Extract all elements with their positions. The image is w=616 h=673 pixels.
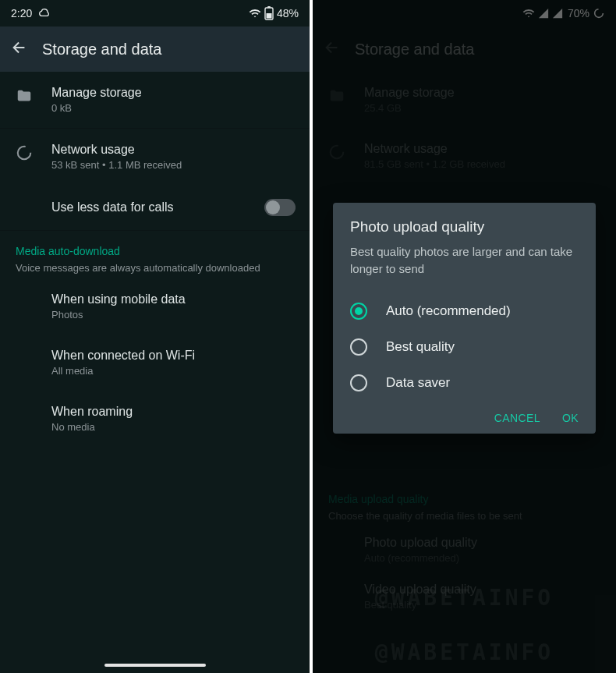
use-less-data-toggle[interactable] — [264, 199, 296, 216]
status-bar: 2:20 48% — [0, 0, 310, 27]
mobile-data-title: When using mobile data — [51, 292, 296, 306]
network-usage-sub: 53 kB sent • 1.1 MB received — [51, 159, 296, 171]
screenshot-left: 2:20 48% Storage and data Manage storage… — [0, 0, 313, 673]
dialog-title: Photo upload quality — [350, 218, 579, 236]
network-usage-title: Network usage — [51, 143, 296, 157]
manage-storage-sub: 0 kB — [51, 102, 296, 114]
wifi-icon — [249, 7, 261, 19]
roaming-row[interactable]: When roaming No media — [0, 391, 310, 447]
radio-unchecked-icon — [350, 338, 367, 356]
mobile-data-sub: Photos — [51, 309, 296, 321]
option-auto-label: Auto (recommended) — [386, 303, 511, 319]
svg-rect-2 — [267, 6, 271, 8]
media-section-header: Media auto-download Voice messages are a… — [0, 231, 310, 278]
svg-point-3 — [18, 147, 31, 160]
nav-bar — [104, 664, 206, 667]
app-bar: Storage and data — [0, 27, 310, 72]
cloud-icon — [38, 7, 51, 19]
radio-checked-icon — [350, 303, 367, 320]
status-battery: 48% — [277, 7, 299, 19]
mobile-data-row[interactable]: When using mobile data Photos — [0, 278, 310, 335]
wifi-sub: All media — [51, 365, 296, 377]
wifi-title: When connected on Wi-Fi — [51, 349, 296, 363]
use-less-data-row[interactable]: Use less data for calls — [0, 185, 310, 230]
dialog-subtitle: Best quality photos are larger and can t… — [350, 243, 579, 278]
roaming-title: When roaming — [51, 405, 296, 419]
option-best-label: Best quality — [386, 339, 455, 355]
media-section-sub: Voice messages are always automatically … — [16, 262, 294, 274]
back-button[interactable] — [11, 39, 42, 59]
cancel-button[interactable]: CANCEL — [494, 412, 540, 424]
option-data-saver-label: Data saver — [386, 375, 450, 391]
folder-icon — [16, 86, 51, 108]
photo-quality-dialog: Photo upload quality Best quality photos… — [333, 203, 596, 434]
status-time: 2:20 — [11, 7, 32, 19]
use-less-data-title: Use less data for calls — [51, 200, 264, 214]
manage-storage-row[interactable]: Manage storage 0 kB — [0, 72, 310, 128]
data-usage-icon — [16, 143, 51, 165]
network-usage-row[interactable]: Network usage 53 kB sent • 1.1 MB receiv… — [0, 129, 310, 185]
manage-storage-title: Manage storage — [51, 86, 296, 100]
roaming-sub: No media — [51, 421, 296, 433]
radio-unchecked-icon — [350, 374, 367, 391]
option-auto[interactable]: Auto (recommended) — [350, 293, 579, 329]
media-section-title: Media auto-download — [16, 245, 294, 257]
battery-icon — [264, 6, 274, 20]
option-best[interactable]: Best quality — [350, 329, 579, 365]
option-data-saver[interactable]: Data saver — [350, 365, 579, 401]
screenshot-right: 70% Storage and data Manage storage 25.4… — [313, 0, 616, 673]
svg-rect-1 — [266, 13, 271, 19]
ok-button[interactable]: OK — [562, 412, 579, 424]
page-title: Storage and data — [42, 41, 161, 58]
wifi-row[interactable]: When connected on Wi-Fi All media — [0, 335, 310, 391]
